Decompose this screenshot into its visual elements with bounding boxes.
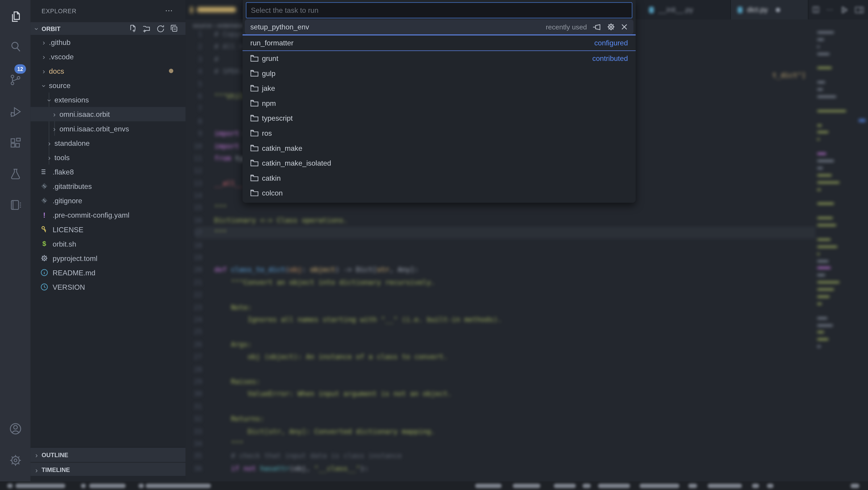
tree-folder-standalone[interactable]: ›standalone <box>31 136 186 150</box>
status-item-blurred[interactable] <box>688 484 697 488</box>
minimap-marker <box>859 119 866 122</box>
task-label: setup_python_env <box>250 23 309 31</box>
minimap-line <box>817 275 825 276</box>
status-item-blurred[interactable] <box>513 484 540 488</box>
editor-actions: ⋯ <box>812 0 864 19</box>
tree-file-README.md[interactable]: README.md <box>31 265 186 280</box>
tree-file-.flake8[interactable]: .flake8 <box>31 165 186 179</box>
quick-pick-input[interactable]: Select the task to run <box>246 2 632 18</box>
tree-file-orbit.sh[interactable]: $orbit.sh <box>31 236 186 251</box>
status-item-blurred[interactable] <box>138 484 144 488</box>
tree-folder-.vscode[interactable]: ›.vscode <box>31 49 186 64</box>
task-link-configured[interactable]: configured <box>594 38 628 47</box>
tree-file-.pre-commit-config.yaml[interactable]: !.pre-commit-config.yaml <box>31 208 186 222</box>
search-icon[interactable] <box>0 34 31 59</box>
tree-file-VERSION[interactable]: VERSION <box>31 280 186 294</box>
status-item-blurred[interactable] <box>767 484 774 488</box>
tree-item-label: .flake8 <box>53 168 74 176</box>
tree-item-label: .pre-commit-config.yaml <box>53 211 129 219</box>
git-file-icon <box>40 182 49 191</box>
code-line: 18 <box>186 239 817 251</box>
status-item-blurred[interactable] <box>7 484 13 488</box>
sidebar-more-actions-icon[interactable]: ⋯ <box>165 6 173 15</box>
task-item-colcon[interactable]: colcon <box>245 186 633 201</box>
status-item-blurred[interactable] <box>475 484 502 488</box>
status-item-blurred[interactable] <box>146 484 211 488</box>
section-title: ORBIT <box>41 25 60 32</box>
status-item-blurred[interactable] <box>554 484 576 488</box>
tree-file-pyproject.toml[interactable]: pyproject.toml <box>31 251 186 265</box>
section-header-orbit[interactable]: › ORBIT <box>31 22 186 35</box>
status-item-blurred[interactable] <box>89 484 126 488</box>
new-folder-icon[interactable] <box>142 24 151 33</box>
code-line: 16Dictionary <-> Class operations. <box>186 214 817 227</box>
tree-file-.gitattributes[interactable]: .gitattributes <box>31 179 186 193</box>
status-item-blurred[interactable] <box>708 484 742 488</box>
tab-dict-py[interactable]: dict.py <box>731 0 808 19</box>
status-item-blurred[interactable] <box>598 484 630 488</box>
chevron-right-icon: › <box>53 110 56 118</box>
layout-icon[interactable] <box>855 6 864 13</box>
run-debug-icon[interactable] <box>0 100 31 124</box>
task-item-jake[interactable]: jake <box>245 81 633 96</box>
source-control-icon[interactable]: 12 <box>0 67 31 92</box>
folder-icon <box>250 190 258 197</box>
tree-folder-docs[interactable]: ›docs <box>31 64 186 78</box>
explorer-sidebar: EXPLORER ⋯ › ORBIT ›.github›.vscode›docs… <box>31 0 186 481</box>
tree-folder-tools[interactable]: ›tools <box>31 150 186 165</box>
status-item-blurred[interactable] <box>16 484 65 488</box>
panel-outline[interactable]: › OUTLINE <box>31 447 186 462</box>
code-line: 31 <box>186 400 817 413</box>
tree-folder-.github[interactable]: ›.github <box>31 35 186 49</box>
task-item-grunt[interactable]: gruntcontributed <box>245 51 633 66</box>
refresh-icon[interactable] <box>156 24 165 33</box>
explorer-icon[interactable] <box>0 4 31 29</box>
status-item-blurred[interactable] <box>640 484 679 488</box>
minimap[interactable] <box>817 31 862 353</box>
tree-file-LICENSE[interactable]: LICENSE <box>31 222 186 236</box>
status-item-blurred[interactable] <box>583 484 591 488</box>
code-line: 20def class_to_dict(obj: object) -> Dict… <box>186 264 817 276</box>
new-file-icon[interactable] <box>128 24 137 33</box>
tab-modified-marks <box>190 6 193 13</box>
task-item-catkin_make[interactable]: catkin_make <box>245 141 633 156</box>
task-link-contributed[interactable]: contributed <box>592 54 628 62</box>
task-item-typescript[interactable]: typescript <box>245 111 633 126</box>
pin-icon[interactable] <box>593 23 601 31</box>
task-item-setup_python_env[interactable]: setup_python_envrecently used <box>245 19 633 34</box>
close-icon[interactable] <box>775 7 780 12</box>
status-item-blurred[interactable] <box>81 484 86 488</box>
extensions-icon[interactable] <box>0 131 31 155</box>
tree-folder-omni.isaac.orbit_envs[interactable]: ›omni.isaac.orbit_envs <box>31 121 186 136</box>
testing-icon[interactable] <box>0 162 31 186</box>
collapse-all-icon[interactable] <box>170 24 179 33</box>
settings-gear-icon[interactable] <box>0 448 31 473</box>
task-item-catkin[interactable]: catkin <box>245 171 633 186</box>
task-item-run_formatter[interactable]: run_formatterconfigured <box>245 35 633 50</box>
tree-folder-extensions[interactable]: ›extensions <box>31 93 186 107</box>
task-item-npm[interactable]: npm <box>245 96 633 111</box>
task-item-catkin_make_isolated[interactable]: catkin_make_isolated <box>245 156 633 171</box>
tree-folder-source[interactable]: ›source <box>31 78 186 92</box>
status-item-blurred[interactable] <box>752 484 759 488</box>
task-item-gulp[interactable]: gulp <box>245 66 633 81</box>
status-bar[interactable] <box>0 481 868 490</box>
tab-redacted[interactable] <box>187 0 243 19</box>
close-icon[interactable] <box>621 23 628 31</box>
account-icon[interactable] <box>0 416 31 441</box>
more-actions-icon[interactable]: ⋯ <box>826 5 834 14</box>
tab-label: __init__.py <box>658 5 693 14</box>
tab-label: dict.py <box>747 5 768 14</box>
task-item-ros[interactable]: ros <box>245 126 633 141</box>
notebook-icon[interactable] <box>0 193 31 217</box>
split-editor-icon[interactable] <box>812 6 820 13</box>
run-python-icon[interactable] <box>841 6 848 13</box>
python-file-icon <box>738 6 743 13</box>
configure-gear-icon[interactable] <box>607 23 615 31</box>
tree-folder-omni.isaac.orbit[interactable]: ›omni.isaac.orbit <box>31 107 186 121</box>
tree-file-.gitignore[interactable]: .gitignore <box>31 194 186 208</box>
panel-timeline[interactable]: › TIMELINE <box>31 462 186 477</box>
minimap-line <box>817 303 822 305</box>
status-item-blurred[interactable] <box>850 484 859 488</box>
tab-init-py[interactable]: __init__.py <box>642 0 731 19</box>
